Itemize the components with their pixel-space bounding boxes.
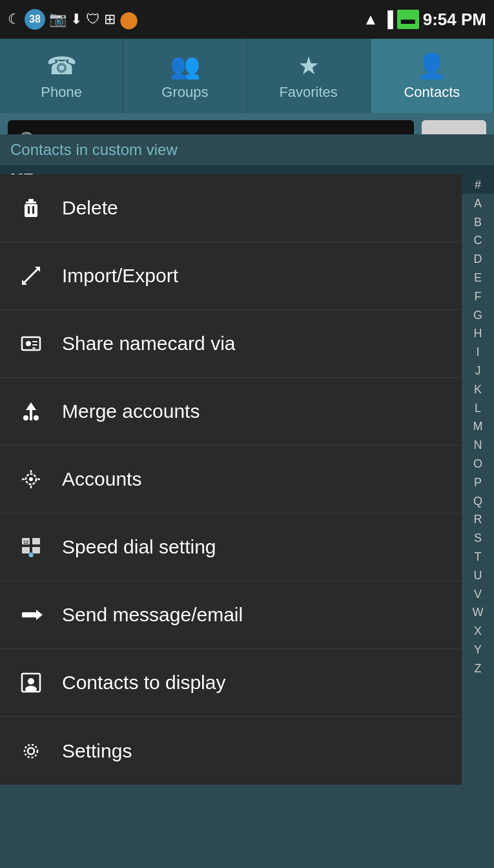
tab-groups[interactable]: 👥 Groups <box>123 39 247 113</box>
grid-icon: ⊞ <box>104 11 116 28</box>
phone-icon: ☎ <box>46 52 77 80</box>
status-left: ☾ 38 📷 ⬇ 🛡 ⊞ ⬤ <box>8 9 138 30</box>
menu-item-import-export[interactable]: Import/Export <box>0 242 462 310</box>
alpha-m[interactable]: M <box>462 417 494 436</box>
svg-rect-17 <box>28 206 30 214</box>
tab-favorites[interactable]: ★ Favorites <box>247 39 371 113</box>
svg-marker-27 <box>26 402 36 410</box>
camera-icon: 📷 <box>49 11 67 28</box>
menu-item-contacts-display[interactable]: Contacts to display <box>0 649 462 717</box>
menu-item-send-message[interactable]: Send message/email <box>0 581 462 649</box>
alpha-f[interactable]: F <box>462 287 494 306</box>
contacts-header: Contacts in custom view <box>0 134 494 165</box>
alpha-b[interactable]: B <box>462 213 494 232</box>
menu-item-label-merge-accounts: Merge accounts <box>62 400 200 422</box>
svg-point-48 <box>25 686 37 692</box>
svg-point-29 <box>23 415 28 420</box>
moon-icon: ☾ <box>8 11 21 28</box>
svg-rect-26 <box>32 347 36 349</box>
svg-point-49 <box>28 748 34 754</box>
star-icon: ★ <box>298 52 320 80</box>
svg-rect-39 <box>32 538 40 544</box>
menu-item-delete[interactable]: Delete <box>0 174 462 242</box>
svg-rect-41 <box>32 547 40 553</box>
context-menu: Delete Import/Export Share namecard via … <box>0 174 462 785</box>
menu-item-merge-accounts[interactable]: Merge accounts <box>0 378 462 446</box>
svg-rect-16 <box>25 204 37 217</box>
tab-phone[interactable]: ☎ Phone <box>0 39 123 113</box>
contacts-display-icon <box>15 667 46 698</box>
menu-item-label-delete: Delete <box>62 197 118 219</box>
import-export-icon <box>15 260 46 291</box>
tab-contacts[interactable]: 👤 Contacts <box>371 39 494 113</box>
alpha-h[interactable]: H <box>462 324 494 343</box>
menu-item-label-send-message: Send message/email <box>62 604 243 626</box>
alpha-a[interactable]: A <box>462 194 494 213</box>
groups-icon: 👥 <box>170 52 200 80</box>
svg-rect-24 <box>32 341 37 342</box>
menu-item-label-speed-dial: Speed dial setting <box>62 536 216 558</box>
menu-item-speed-dial[interactable]: 12 ⚙ Speed dial setting <box>0 513 462 581</box>
alpha-z[interactable]: Z <box>462 659 494 678</box>
alpha-k[interactable]: K <box>462 380 494 399</box>
svg-rect-25 <box>32 344 37 346</box>
alpha-x[interactable]: X <box>462 622 494 641</box>
status-right: ▲ ▐ ▬ 9:54 PM <box>363 10 486 30</box>
alpha-n[interactable]: N <box>462 436 494 455</box>
download-icon: ⬇ <box>70 11 82 28</box>
share-namecard-icon <box>15 328 46 359</box>
menu-item-settings[interactable]: Settings <box>0 717 462 785</box>
menu-item-share-namecard[interactable]: Share namecard via <box>0 310 462 378</box>
svg-line-19 <box>23 268 39 284</box>
svg-rect-18 <box>32 206 34 214</box>
signal-icon: ▐ <box>382 10 393 28</box>
tab-bar: ☎ Phone 👥 Groups ★ Favorites 👤 Contacts <box>0 39 494 113</box>
alpha-t[interactable]: T <box>462 548 494 566</box>
alpha-p[interactable]: P <box>462 473 494 492</box>
shield-icon: 🛡 <box>86 11 100 28</box>
accounts-icon <box>15 464 46 495</box>
status-bar: ☾ 38 📷 ⬇ 🛡 ⊞ ⬤ ▲ ▐ ▬ 9:54 PM <box>0 0 494 39</box>
alpha-q[interactable]: Q <box>462 492 494 511</box>
notification-badge: 38 <box>25 9 45 30</box>
alpha-w[interactable]: W <box>462 603 494 622</box>
alpha-v[interactable]: V <box>462 585 494 604</box>
speed-dial-icon: 12 ⚙ <box>15 532 46 563</box>
svg-rect-44 <box>22 612 36 617</box>
alpha-r[interactable]: R <box>462 510 494 529</box>
merge-accounts-icon <box>15 396 46 427</box>
svg-point-47 <box>28 678 34 685</box>
svg-rect-28 <box>30 410 32 420</box>
alpha-o[interactable]: O <box>462 455 494 473</box>
alpha-g[interactable]: G <box>462 306 494 325</box>
menu-item-label-settings: Settings <box>62 740 132 762</box>
svg-marker-45 <box>36 610 43 620</box>
alpha-c[interactable]: C <box>462 231 494 250</box>
alpha-u[interactable]: U <box>462 566 494 585</box>
alpha-i[interactable]: I <box>462 343 494 362</box>
time-display: 9:54 PM <box>423 10 486 30</box>
person-icon: 👤 <box>417 52 447 80</box>
menu-item-label-contacts-display: Contacts to display <box>62 672 225 694</box>
svg-point-23 <box>26 341 31 346</box>
svg-rect-15 <box>28 199 34 202</box>
alpha-l[interactable]: L <box>462 399 494 418</box>
alpha-j[interactable]: J <box>462 362 494 380</box>
alpha-y[interactable]: Y <box>462 641 494 659</box>
alpha-d[interactable]: D <box>462 250 494 269</box>
svg-point-30 <box>34 415 39 420</box>
alpha-#[interactable]: # <box>462 176 494 194</box>
delete-icon <box>15 192 46 223</box>
send-message-icon <box>15 599 46 630</box>
menu-item-accounts[interactable]: Accounts <box>0 446 462 513</box>
alpha-s[interactable]: S <box>462 529 494 548</box>
svg-text:⚙: ⚙ <box>29 553 33 557</box>
alpha-e[interactable]: E <box>462 269 494 287</box>
svg-point-50 <box>25 745 37 758</box>
menu-item-label-share-namecard: Share namecard via <box>62 333 235 355</box>
circle-icon: ⬤ <box>119 10 138 30</box>
alphabet-index: #ABCDEFGHIJKLMNOPQRSTUVWXYZ <box>462 173 494 868</box>
battery-icon: ▬ <box>397 10 419 29</box>
svg-rect-14 <box>26 202 36 203</box>
menu-item-label-accounts: Accounts <box>62 468 141 490</box>
